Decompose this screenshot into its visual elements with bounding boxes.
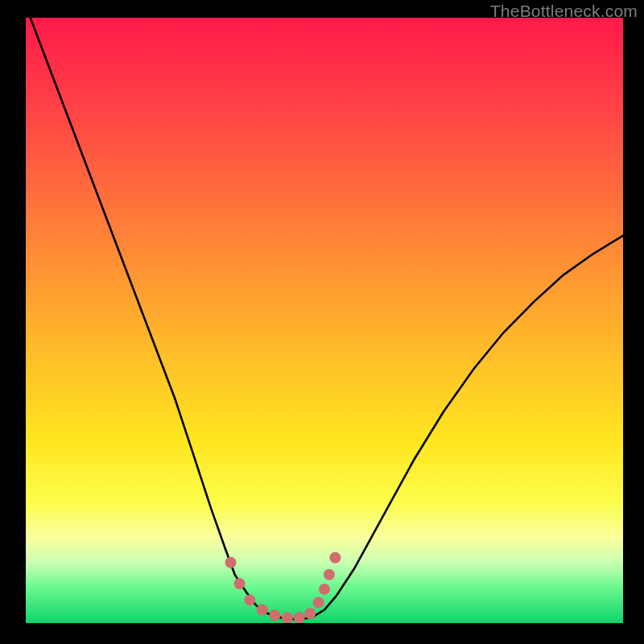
highlight-dot [319, 584, 330, 595]
highlight-dot [313, 597, 324, 608]
plot-area [26, 18, 623, 623]
highlight-dot [244, 594, 255, 605]
highlight-dot [257, 605, 268, 616]
highlight-dot [294, 612, 305, 623]
highlight-dot [234, 578, 246, 589]
highlight-dot [329, 552, 341, 564]
highlight-dot [225, 557, 237, 568]
dot-cluster [225, 552, 341, 623]
chart-frame: TheBottleneck.com [0, 0, 644, 644]
highlight-dot [269, 609, 280, 621]
highlight-dot [324, 569, 335, 580]
curve-left [26, 18, 300, 620]
curve-right [300, 236, 623, 620]
highlight-dot [304, 608, 316, 619]
curve-layer [26, 18, 623, 623]
watermark-text: TheBottleneck.com [490, 2, 638, 21]
highlight-dot [282, 612, 293, 623]
